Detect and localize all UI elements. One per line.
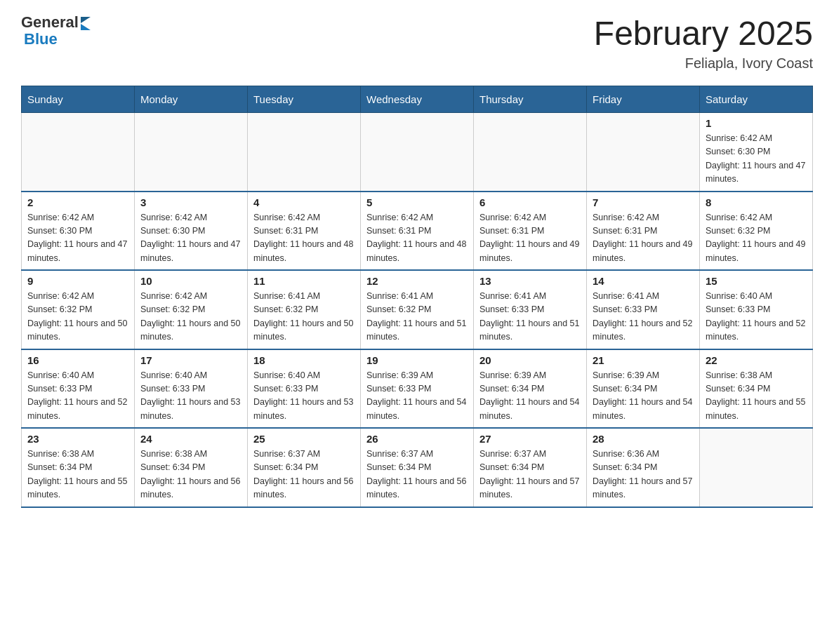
calendar-week-row: 1Sunrise: 6:42 AMSunset: 6:30 PMDaylight… bbox=[22, 113, 813, 192]
calendar-cell: 28Sunrise: 6:36 AMSunset: 6:34 PMDayligh… bbox=[587, 428, 700, 507]
calendar-cell: 6Sunrise: 6:42 AMSunset: 6:31 PMDaylight… bbox=[474, 192, 587, 271]
day-info: Sunrise: 6:40 AMSunset: 6:33 PMDaylight:… bbox=[140, 369, 241, 424]
calendar-cell bbox=[248, 113, 361, 192]
day-number: 10 bbox=[140, 275, 241, 287]
calendar-cell: 4Sunrise: 6:42 AMSunset: 6:31 PMDaylight… bbox=[248, 192, 361, 271]
calendar-week-row: 16Sunrise: 6:40 AMSunset: 6:33 PMDayligh… bbox=[22, 349, 813, 429]
day-number: 2 bbox=[27, 196, 128, 208]
calendar-cell: 2Sunrise: 6:42 AMSunset: 6:30 PMDaylight… bbox=[22, 192, 135, 271]
day-info: Sunrise: 6:42 AMSunset: 6:32 PMDaylight:… bbox=[27, 290, 128, 344]
day-info: Sunrise: 6:41 AMSunset: 6:33 PMDaylight:… bbox=[593, 290, 694, 344]
day-number: 28 bbox=[593, 433, 694, 445]
day-info: Sunrise: 6:40 AMSunset: 6:33 PMDaylight:… bbox=[27, 369, 128, 424]
calendar-cell: 27Sunrise: 6:37 AMSunset: 6:34 PMDayligh… bbox=[474, 428, 587, 507]
day-info: Sunrise: 6:42 AMSunset: 6:31 PMDaylight:… bbox=[366, 211, 468, 266]
calendar-cell: 10Sunrise: 6:42 AMSunset: 6:32 PMDayligh… bbox=[135, 270, 248, 349]
weekday-header-thursday: Thursday bbox=[474, 86, 587, 113]
day-info: Sunrise: 6:37 AMSunset: 6:34 PMDaylight:… bbox=[253, 448, 355, 502]
weekday-header-row: SundayMondayTuesdayWednesdayThursdayFrid… bbox=[22, 86, 813, 113]
logo: General Blue bbox=[21, 14, 91, 48]
calendar-cell: 15Sunrise: 6:40 AMSunset: 6:33 PMDayligh… bbox=[700, 270, 813, 349]
page-header: General Blue February 2025 Feliapla, Ivo… bbox=[21, 14, 813, 72]
calendar-cell: 3Sunrise: 6:42 AMSunset: 6:30 PMDaylight… bbox=[135, 192, 248, 271]
calendar-cell: 8Sunrise: 6:42 AMSunset: 6:32 PMDaylight… bbox=[700, 192, 813, 271]
day-info: Sunrise: 6:39 AMSunset: 6:34 PMDaylight:… bbox=[593, 369, 694, 424]
day-number: 15 bbox=[706, 275, 807, 287]
day-info: Sunrise: 6:42 AMSunset: 6:30 PMDaylight:… bbox=[27, 211, 128, 266]
day-number: 26 bbox=[366, 433, 468, 445]
title-section: February 2025 Feliapla, Ivory Coast bbox=[594, 14, 813, 72]
day-number: 21 bbox=[593, 354, 694, 366]
day-info: Sunrise: 6:37 AMSunset: 6:34 PMDaylight:… bbox=[479, 448, 581, 502]
day-info: Sunrise: 6:42 AMSunset: 6:30 PMDaylight:… bbox=[140, 211, 241, 266]
day-info: Sunrise: 6:40 AMSunset: 6:33 PMDaylight:… bbox=[253, 369, 355, 424]
day-number: 7 bbox=[593, 196, 694, 208]
calendar-cell bbox=[361, 113, 474, 192]
calendar-body: 1Sunrise: 6:42 AMSunset: 6:30 PMDaylight… bbox=[22, 113, 813, 507]
day-info: Sunrise: 6:41 AMSunset: 6:33 PMDaylight:… bbox=[479, 290, 581, 344]
calendar-cell: 24Sunrise: 6:38 AMSunset: 6:34 PMDayligh… bbox=[135, 428, 248, 507]
day-info: Sunrise: 6:42 AMSunset: 6:31 PMDaylight:… bbox=[253, 211, 355, 266]
day-number: 19 bbox=[366, 354, 468, 366]
day-number: 8 bbox=[706, 196, 807, 208]
day-number: 3 bbox=[140, 196, 241, 208]
day-info: Sunrise: 6:39 AMSunset: 6:33 PMDaylight:… bbox=[366, 369, 468, 424]
day-number: 17 bbox=[140, 354, 241, 366]
day-number: 20 bbox=[479, 354, 581, 366]
calendar-cell: 5Sunrise: 6:42 AMSunset: 6:31 PMDaylight… bbox=[361, 192, 474, 271]
weekday-header-sunday: Sunday bbox=[22, 86, 135, 113]
calendar-cell: 14Sunrise: 6:41 AMSunset: 6:33 PMDayligh… bbox=[587, 270, 700, 349]
calendar-cell: 16Sunrise: 6:40 AMSunset: 6:33 PMDayligh… bbox=[22, 349, 135, 429]
day-number: 6 bbox=[479, 196, 581, 208]
calendar-cell: 17Sunrise: 6:40 AMSunset: 6:33 PMDayligh… bbox=[135, 349, 248, 429]
day-number: 18 bbox=[253, 354, 355, 366]
calendar-table: SundayMondayTuesdayWednesdayThursdayFrid… bbox=[21, 86, 813, 508]
day-number: 27 bbox=[479, 433, 581, 445]
day-info: Sunrise: 6:42 AMSunset: 6:30 PMDaylight:… bbox=[706, 132, 807, 187]
calendar-cell bbox=[135, 113, 248, 192]
calendar-cell: 1Sunrise: 6:42 AMSunset: 6:30 PMDaylight… bbox=[700, 113, 813, 192]
calendar-cell: 7Sunrise: 6:42 AMSunset: 6:31 PMDaylight… bbox=[587, 192, 700, 271]
month-title: February 2025 bbox=[594, 14, 813, 53]
calendar-cell: 18Sunrise: 6:40 AMSunset: 6:33 PMDayligh… bbox=[248, 349, 361, 429]
day-info: Sunrise: 6:40 AMSunset: 6:33 PMDaylight:… bbox=[706, 290, 807, 344]
calendar-cell bbox=[587, 113, 700, 192]
day-number: 9 bbox=[27, 275, 128, 287]
day-number: 24 bbox=[140, 433, 241, 445]
calendar-cell bbox=[22, 113, 135, 192]
calendar-week-row: 2Sunrise: 6:42 AMSunset: 6:30 PMDaylight… bbox=[22, 192, 813, 271]
day-number: 12 bbox=[366, 275, 468, 287]
calendar-cell: 11Sunrise: 6:41 AMSunset: 6:32 PMDayligh… bbox=[248, 270, 361, 349]
day-info: Sunrise: 6:42 AMSunset: 6:31 PMDaylight:… bbox=[479, 211, 581, 266]
calendar-cell: 26Sunrise: 6:37 AMSunset: 6:34 PMDayligh… bbox=[361, 428, 474, 507]
calendar-cell: 21Sunrise: 6:39 AMSunset: 6:34 PMDayligh… bbox=[587, 349, 700, 429]
day-info: Sunrise: 6:39 AMSunset: 6:34 PMDaylight:… bbox=[479, 369, 581, 424]
calendar-cell: 13Sunrise: 6:41 AMSunset: 6:33 PMDayligh… bbox=[474, 270, 587, 349]
day-number: 4 bbox=[253, 196, 355, 208]
weekday-header-monday: Monday bbox=[135, 86, 248, 113]
day-info: Sunrise: 6:38 AMSunset: 6:34 PMDaylight:… bbox=[140, 448, 241, 502]
day-number: 5 bbox=[366, 196, 468, 208]
calendar-cell: 19Sunrise: 6:39 AMSunset: 6:33 PMDayligh… bbox=[361, 349, 474, 429]
day-number: 13 bbox=[479, 275, 581, 287]
calendar-cell: 12Sunrise: 6:41 AMSunset: 6:32 PMDayligh… bbox=[361, 270, 474, 349]
day-number: 14 bbox=[593, 275, 694, 287]
calendar-cell: 25Sunrise: 6:37 AMSunset: 6:34 PMDayligh… bbox=[248, 428, 361, 507]
day-number: 23 bbox=[27, 433, 128, 445]
calendar-cell: 23Sunrise: 6:38 AMSunset: 6:34 PMDayligh… bbox=[22, 428, 135, 507]
calendar-week-row: 9Sunrise: 6:42 AMSunset: 6:32 PMDaylight… bbox=[22, 270, 813, 349]
day-info: Sunrise: 6:37 AMSunset: 6:34 PMDaylight:… bbox=[366, 448, 468, 502]
weekday-header-wednesday: Wednesday bbox=[361, 86, 474, 113]
weekday-header-saturday: Saturday bbox=[700, 86, 813, 113]
logo-general: General bbox=[21, 14, 79, 31]
calendar-header: SundayMondayTuesdayWednesdayThursdayFrid… bbox=[22, 86, 813, 113]
day-info: Sunrise: 6:38 AMSunset: 6:34 PMDaylight:… bbox=[27, 448, 128, 502]
weekday-header-friday: Friday bbox=[587, 86, 700, 113]
day-info: Sunrise: 6:42 AMSunset: 6:31 PMDaylight:… bbox=[593, 211, 694, 266]
calendar-cell: 20Sunrise: 6:39 AMSunset: 6:34 PMDayligh… bbox=[474, 349, 587, 429]
logo-blue: Blue bbox=[24, 31, 91, 48]
day-number: 1 bbox=[706, 117, 807, 129]
weekday-header-tuesday: Tuesday bbox=[248, 86, 361, 113]
day-info: Sunrise: 6:41 AMSunset: 6:32 PMDaylight:… bbox=[366, 290, 468, 344]
day-info: Sunrise: 6:36 AMSunset: 6:34 PMDaylight:… bbox=[593, 448, 694, 502]
